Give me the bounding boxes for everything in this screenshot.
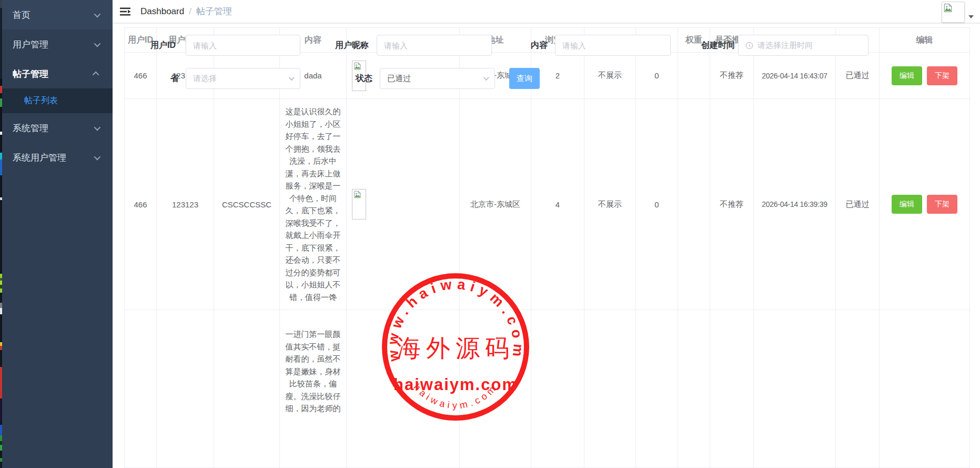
cell-image: [347, 99, 460, 310]
sidebar-item-post-management[interactable]: 帖子管理: [2, 59, 113, 88]
nickname-input[interactable]: [377, 35, 492, 56]
cell-show: 不展示: [584, 53, 636, 99]
chevron-down-icon: [94, 11, 101, 17]
image-placeholder[interactable]: [352, 189, 366, 220]
status-select[interactable]: 已通过: [380, 68, 495, 89]
cell-created: 2026-04-14 16:39:39: [754, 99, 836, 310]
sidebar-item-label: 用户管理: [13, 38, 94, 51]
created-time-picker[interactable]: 请选择注册时间: [738, 35, 868, 56]
main-content: Dashboard / 帖子管理 用户ID 用户昵称: [113, 0, 980, 468]
province-label: 省: [126, 68, 179, 89]
table-row: 一进门第一眼颜值其实不错，挺耐看的，虽然不算是嫩妹，身材比较苗条，偏瘦。洗澡比较…: [125, 310, 970, 468]
cell-recommend: 不推荐: [710, 53, 754, 99]
cell-user-id: [125, 310, 157, 468]
content-input[interactable]: [555, 35, 671, 56]
edit-button[interactable]: 编辑: [892, 66, 922, 85]
cell-image: [347, 310, 460, 468]
created-time-label: 创建时间: [682, 35, 735, 56]
province-select[interactable]: 请选择: [186, 68, 300, 89]
sidebar-item-home[interactable]: 首页: [2, 0, 113, 29]
cell-views: [531, 310, 584, 468]
cell-top: 0: [636, 99, 678, 310]
cell-content: 这是认识很久的小姐姐了，小区好停车，去了一个拥抱，领我去洗澡，后水中潇，再去床上…: [280, 99, 347, 310]
status-value: 已通过: [387, 74, 411, 84]
cell-top: [636, 310, 678, 468]
cell-actions: 编辑下架: [880, 53, 970, 99]
cell-weight: [678, 53, 710, 99]
hamburger-icon[interactable]: [120, 7, 131, 16]
cell-recommend: [710, 310, 754, 468]
sidebar-item-label: 系统用户管理: [13, 152, 94, 164]
content-label: 内容: [495, 35, 548, 56]
breadcrumb: Dashboard / 帖子管理: [140, 5, 232, 17]
cell-created: [754, 310, 836, 468]
cell-address: 北京市-东城区: [460, 99, 531, 310]
province-placeholder: 请选择: [193, 74, 217, 84]
sidebar-item-label: 帖子列表: [24, 95, 58, 106]
posts-table-wrap: 用户ID 用户昵称 标题 内容 图片地址 地址 浏览量 是否展示 置顶值 权重 …: [124, 27, 980, 468]
remove-button[interactable]: 下架: [927, 66, 957, 85]
nickname-label: 用户昵称: [316, 35, 369, 56]
status-label: 状态: [320, 68, 372, 89]
chevron-down-icon: [94, 153, 101, 160]
cell-address: [460, 310, 531, 468]
breadcrumb-current: 帖子管理: [196, 5, 232, 17]
cell-created: 2026-04-14 16:43:07: [754, 53, 836, 99]
chevron-down-icon: [289, 75, 295, 81]
sidebar-item-label: 帖子管理: [13, 68, 94, 80]
sidebar: 首页 用户管理 帖子管理 帖子列表 系统管理 系统用户管理: [2, 0, 113, 468]
cell-nickname: [157, 310, 214, 468]
created-time-placeholder: 请选择注册时间: [757, 41, 813, 51]
topbar: Dashboard / 帖子管理: [113, 0, 980, 24]
user-menu: [942, 2, 974, 23]
table-row: 466 123123 CSCSCCSSC 这是认识很久的小姐姐了，小区好停车，去…: [125, 99, 970, 310]
cell-status: 已通过: [836, 99, 880, 310]
cell-weight: [678, 99, 710, 310]
clock-icon: [745, 42, 753, 49]
broken-image-icon: [353, 191, 361, 198]
sidebar-item-system-user-management[interactable]: 系统用户管理: [2, 143, 113, 172]
chevron-down-icon: [94, 124, 101, 131]
posts-table: 用户ID 用户昵称 标题 内容 图片地址 地址 浏览量 是否展示 置顶值 权重 …: [124, 27, 970, 468]
cell-nickname: 123123: [157, 99, 214, 310]
edit-button[interactable]: 编辑: [892, 195, 922, 214]
sidebar-item-label: 首页: [13, 9, 94, 21]
cell-recommend: 不推荐: [710, 99, 754, 310]
cell-content: 一进门第一眼颜值其实不错，挺耐看的，虽然不算是嫩妹，身材比较苗条，偏瘦。洗澡比较…: [280, 310, 347, 468]
chevron-down-icon: [94, 40, 101, 47]
sidebar-item-user-management[interactable]: 用户管理: [2, 29, 113, 59]
avatar[interactable]: [942, 2, 965, 23]
user-id-label: 用户ID: [123, 35, 176, 56]
col-edit: 编辑: [880, 28, 970, 53]
search-button[interactable]: 查询: [509, 68, 540, 89]
sidebar-item-label: 系统管理: [13, 122, 94, 134]
user-id-input[interactable]: [186, 35, 300, 56]
cell-views: 4: [531, 99, 584, 310]
caret-down-icon[interactable]: [968, 15, 974, 18]
breadcrumb-dashboard[interactable]: Dashboard: [140, 6, 184, 17]
sidebar-item-post-list[interactable]: 帖子列表: [2, 88, 113, 113]
cell-show: 不展示: [584, 99, 636, 310]
cell-actions: 编辑下架: [880, 99, 970, 310]
cell-status: 已通过: [836, 53, 880, 99]
app-root: 首页 用户管理 帖子管理 帖子列表 系统管理 系统用户管理: [0, 0, 980, 468]
broken-image-icon: [943, 3, 953, 13]
cell-user-id: 466: [125, 99, 157, 310]
cell-status: [836, 310, 880, 468]
cell-show: [584, 310, 636, 468]
cell-title: [214, 310, 280, 468]
cell-top: 0: [636, 53, 678, 99]
chevron-down-icon: [483, 75, 489, 81]
cell-title: CSCSCCSSC: [214, 99, 280, 310]
cell-actions: [880, 310, 970, 468]
cell-weight: [678, 310, 710, 468]
filter-form: 用户ID 用户昵称 内容 创建时间 请选择注册时间 省 请选择: [113, 24, 980, 27]
sidebar-item-system-management[interactable]: 系统管理: [2, 113, 113, 143]
remove-button[interactable]: 下架: [927, 195, 957, 214]
breadcrumb-separator: /: [189, 6, 191, 17]
